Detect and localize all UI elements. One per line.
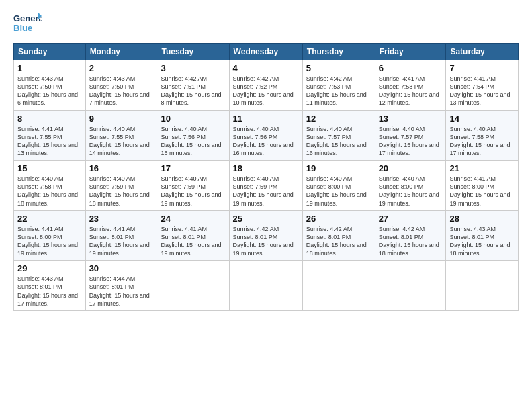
cell-info: Sunrise: 4:41 AMSunset: 8:00 PMDaylight:… [17, 225, 82, 258]
cell-info: Sunrise: 4:41 AMSunset: 8:01 PMDaylight:… [161, 225, 225, 258]
calendar-cell: 7Sunrise: 4:41 AMSunset: 7:54 PMDaylight… [446, 60, 519, 111]
svg-text:Blue: Blue [13, 23, 32, 33]
day-number: 2 [89, 63, 154, 73]
cell-info: Sunrise: 4:42 AMSunset: 7:53 PMDaylight:… [306, 75, 371, 107]
header-tuesday: Tuesday [157, 44, 229, 60]
day-number: 7 [449, 63, 515, 73]
calendar-cell: 2Sunrise: 4:43 AMSunset: 7:50 PMDaylight… [85, 60, 157, 111]
header-monday: Monday [85, 44, 157, 60]
cell-info: Sunrise: 4:43 AMSunset: 8:01 PMDaylight:… [17, 275, 82, 308]
header-wednesday: Wednesday [229, 44, 302, 60]
day-number: 19 [306, 163, 371, 173]
calendar-cell [302, 261, 375, 311]
cell-info: Sunrise: 4:40 AMSunset: 7:56 PMDaylight:… [161, 125, 225, 158]
day-number: 6 [379, 63, 443, 73]
cell-info: Sunrise: 4:40 AMSunset: 8:00 PMDaylight:… [306, 175, 371, 208]
header-saturday: Saturday [446, 44, 519, 60]
logo: General Blue [13, 11, 42, 36]
cell-info: Sunrise: 4:42 AMSunset: 7:51 PMDaylight:… [161, 75, 225, 107]
calendar-cell: 13Sunrise: 4:40 AMSunset: 7:57 PMDayligh… [375, 110, 446, 161]
cell-info: Sunrise: 4:40 AMSunset: 7:58 PMDaylight:… [17, 175, 82, 208]
calendar-cell: 28Sunrise: 4:43 AMSunset: 8:01 PMDayligh… [446, 210, 519, 261]
day-number: 15 [17, 163, 82, 173]
calendar-cell [157, 261, 229, 311]
cell-info: Sunrise: 4:40 AMSunset: 8:00 PMDaylight:… [379, 175, 443, 208]
cell-info: Sunrise: 4:42 AMSunset: 8:01 PMDaylight:… [379, 225, 443, 258]
day-number: 25 [233, 214, 299, 224]
day-number: 1 [17, 63, 82, 73]
svg-text:General: General [13, 13, 42, 24]
day-number: 18 [233, 163, 299, 173]
day-number: 8 [17, 113, 82, 124]
header-friday: Friday [375, 44, 446, 60]
day-number: 14 [449, 113, 515, 124]
cell-info: Sunrise: 4:41 AMSunset: 8:00 PMDaylight:… [449, 175, 515, 208]
day-number: 5 [306, 63, 371, 73]
day-number: 9 [89, 113, 154, 124]
calendar-cell: 18Sunrise: 4:40 AMSunset: 7:59 PMDayligh… [229, 161, 302, 211]
day-number: 3 [161, 63, 225, 73]
calendar-cell: 9Sunrise: 4:40 AMSunset: 7:55 PMDaylight… [85, 110, 157, 161]
day-number: 29 [17, 263, 82, 273]
day-number: 20 [379, 163, 443, 173]
calendar-cell: 25Sunrise: 4:42 AMSunset: 8:01 PMDayligh… [229, 210, 302, 261]
calendar-cell: 26Sunrise: 4:42 AMSunset: 8:01 PMDayligh… [302, 210, 375, 261]
week-row-3: 15Sunrise: 4:40 AMSunset: 7:58 PMDayligh… [14, 161, 519, 211]
cell-info: Sunrise: 4:40 AMSunset: 7:59 PMDaylight:… [89, 175, 154, 208]
calendar-cell: 6Sunrise: 4:41 AMSunset: 7:53 PMDaylight… [375, 60, 446, 111]
logo-svg: General Blue [13, 11, 42, 36]
calendar-cell: 21Sunrise: 4:41 AMSunset: 8:00 PMDayligh… [446, 161, 519, 211]
calendar-cell: 5Sunrise: 4:42 AMSunset: 7:53 PMDaylight… [302, 60, 375, 111]
header: General Blue [13, 11, 519, 36]
header-thursday: Thursday [302, 44, 375, 60]
cell-info: Sunrise: 4:42 AMSunset: 7:52 PMDaylight:… [233, 75, 299, 107]
calendar-cell: 14Sunrise: 4:40 AMSunset: 7:58 PMDayligh… [446, 110, 519, 161]
week-row-5: 29Sunrise: 4:43 AMSunset: 8:01 PMDayligh… [14, 261, 519, 311]
week-row-2: 8Sunrise: 4:41 AMSunset: 7:55 PMDaylight… [14, 110, 519, 161]
day-number: 23 [89, 214, 154, 224]
cell-info: Sunrise: 4:41 AMSunset: 7:53 PMDaylight:… [379, 75, 443, 107]
calendar-cell: 24Sunrise: 4:41 AMSunset: 8:01 PMDayligh… [157, 210, 229, 261]
cell-info: Sunrise: 4:40 AMSunset: 7:59 PMDaylight:… [233, 175, 299, 208]
day-number: 13 [379, 113, 443, 124]
cell-info: Sunrise: 4:43 AMSunset: 8:01 PMDaylight:… [449, 225, 515, 258]
calendar-cell: 20Sunrise: 4:40 AMSunset: 8:00 PMDayligh… [375, 161, 446, 211]
calendar-cell: 16Sunrise: 4:40 AMSunset: 7:59 PMDayligh… [85, 161, 157, 211]
calendar-cell: 4Sunrise: 4:42 AMSunset: 7:52 PMDaylight… [229, 60, 302, 111]
calendar-cell: 30Sunrise: 4:44 AMSunset: 8:01 PMDayligh… [85, 261, 157, 311]
calendar-cell [375, 261, 446, 311]
cell-info: Sunrise: 4:44 AMSunset: 8:01 PMDaylight:… [89, 275, 154, 308]
page: General Blue SundayMondayTuesdayWednesda… [0, 0, 532, 411]
day-number: 26 [306, 214, 371, 224]
cell-info: Sunrise: 4:40 AMSunset: 7:57 PMDaylight:… [379, 125, 443, 158]
calendar-table: SundayMondayTuesdayWednesdayThursdayFrid… [13, 43, 519, 311]
cell-info: Sunrise: 4:41 AMSunset: 7:54 PMDaylight:… [449, 75, 515, 107]
day-number: 10 [161, 113, 225, 124]
calendar-cell: 22Sunrise: 4:41 AMSunset: 8:00 PMDayligh… [14, 210, 86, 261]
day-number: 11 [233, 113, 299, 124]
cell-info: Sunrise: 4:43 AMSunset: 7:50 PMDaylight:… [89, 75, 154, 107]
calendar-cell: 19Sunrise: 4:40 AMSunset: 8:00 PMDayligh… [302, 161, 375, 211]
cell-info: Sunrise: 4:42 AMSunset: 8:01 PMDaylight:… [306, 225, 371, 258]
week-row-4: 22Sunrise: 4:41 AMSunset: 8:00 PMDayligh… [14, 210, 519, 261]
calendar-cell: 3Sunrise: 4:42 AMSunset: 7:51 PMDaylight… [157, 60, 229, 111]
calendar-header-row: SundayMondayTuesdayWednesdayThursdayFrid… [14, 44, 519, 60]
day-number: 28 [449, 214, 515, 224]
calendar-cell: 1Sunrise: 4:43 AMSunset: 7:50 PMDaylight… [14, 60, 86, 111]
day-number: 30 [89, 263, 154, 273]
calendar-cell: 8Sunrise: 4:41 AMSunset: 7:55 PMDaylight… [14, 110, 86, 161]
calendar-cell: 10Sunrise: 4:40 AMSunset: 7:56 PMDayligh… [157, 110, 229, 161]
day-number: 4 [233, 63, 299, 73]
calendar-cell: 15Sunrise: 4:40 AMSunset: 7:58 PMDayligh… [14, 161, 86, 211]
day-number: 24 [161, 214, 225, 224]
calendar-cell [446, 261, 519, 311]
calendar-cell: 29Sunrise: 4:43 AMSunset: 8:01 PMDayligh… [14, 261, 86, 311]
cell-info: Sunrise: 4:40 AMSunset: 7:55 PMDaylight:… [89, 125, 154, 158]
cell-info: Sunrise: 4:42 AMSunset: 8:01 PMDaylight:… [233, 225, 299, 258]
day-number: 27 [379, 214, 443, 224]
cell-info: Sunrise: 4:41 AMSunset: 8:01 PMDaylight:… [89, 225, 154, 258]
day-number: 21 [449, 163, 515, 173]
cell-info: Sunrise: 4:41 AMSunset: 7:55 PMDaylight:… [17, 125, 82, 158]
header-sunday: Sunday [14, 44, 86, 60]
calendar-cell: 11Sunrise: 4:40 AMSunset: 7:56 PMDayligh… [229, 110, 302, 161]
